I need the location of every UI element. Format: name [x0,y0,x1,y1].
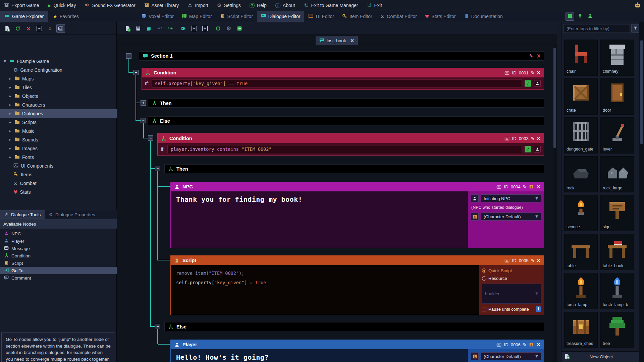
asset-treasure-chest[interactable]: treasure_ches [564,312,598,348]
condition-valid-checkbox[interactable]: ✓ [525,146,531,153]
expand-arrow[interactable]: ▸ [8,138,12,141]
menu-settings[interactable]: ⚙Settings [217,3,241,8]
character-default-dropdown[interactable]: (Character Default)▼ [481,213,541,221]
expand-arrow[interactable]: ▸ [8,77,12,80]
asset-tree[interactable]: tree [600,312,634,348]
expand-arrow[interactable]: ▸ [8,103,12,107]
menu-export-game[interactable]: Export Game [4,2,39,8]
then-bar[interactable]: Then [164,164,544,173]
tab-documentation[interactable]: Documentation [460,11,506,22]
portrait-button[interactable] [528,184,534,190]
portrait-button[interactable] [528,342,534,348]
collapse-toggle[interactable]: − [155,324,160,329]
npc-select-button[interactable] [471,194,479,202]
tree-item-combat[interactable]: ⚔Combat [0,179,117,188]
expand-arrow[interactable]: ▼ [3,60,7,63]
condition-valid-checkbox[interactable]: ✓ [525,80,531,87]
close-icon[interactable]: × [350,38,355,43]
dialogue-settings-button[interactable]: ⚙ [224,24,233,33]
tree-item-images[interactable]: ▸Images [0,144,117,153]
new-object-bar[interactable]: New Object... [561,351,639,362]
redo-button[interactable]: ↷ [166,24,175,33]
asset-rock[interactable]: rock [564,156,598,192]
panel-tab-objects[interactable] [566,12,574,21]
favorite-button[interactable]: ☆ [46,24,54,33]
menu-asset-library[interactable]: Asset Library [144,2,179,8]
tree-item-maps[interactable]: ▸Maps [0,74,117,83]
edit-node-button[interactable]: ✎ [523,184,527,189]
expand-all-button[interactable]: + [201,24,209,33]
collapse-toggle[interactable]: − [126,53,131,59]
expand-arrow[interactable]: ▸ [8,112,12,115]
node-palette-npc[interactable]: NPC [0,230,117,237]
menu-about[interactable]: iAbout [275,3,295,8]
collapse-all-button[interactable]: − [190,24,199,33]
new-resource-button[interactable] [3,24,11,33]
npc-message-text[interactable]: Thank you for finding my book! [171,191,468,248]
delete-node-button[interactable]: × [536,342,541,347]
npc-node-0004[interactable]: NPC ID: 0004✎× Thank you for finding my … [170,182,544,248]
delete-node-button[interactable]: × [536,70,541,75]
expand-arrow[interactable]: ▸ [8,156,12,159]
tree-item-stats[interactable]: ♥Stats [0,188,117,196]
edit-node-button[interactable]: ✎ [531,136,535,141]
save-button[interactable] [134,24,143,33]
menu-sound-fx[interactable]: Sound FX Generator [85,2,135,8]
document-tab-lost-book[interactable]: lost_book × [316,36,358,45]
asset-dungeon-gate[interactable]: dungeon_gate [564,117,598,154]
refresh-explorer-button[interactable] [13,24,22,33]
tab-ui-editor[interactable]: UI Editor [305,11,338,22]
menu-help[interactable]: ?Help [250,3,267,8]
asset-lever[interactable]: lever [600,117,634,154]
edit-node-button[interactable]: ✎ [523,342,527,347]
menu-import[interactable]: Import [187,2,208,8]
section-bar[interactable]: Section 1 ✎ × [139,51,544,61]
collapse-toggle[interactable]: − [141,118,146,123]
tab-voxel-editor[interactable]: Voxel Editor [138,11,177,22]
tree-item-music[interactable]: ▸Music [0,127,117,135]
tab-combat-editor[interactable]: ⚔Combat Editor [377,11,421,22]
tab-game-explorer[interactable]: Game Explorer [0,11,48,22]
delete-section-button[interactable]: × [536,54,541,59]
tab-dialogue-tools[interactable]: Dialogue Tools [0,210,45,219]
tab-item-editor[interactable]: Item Editor [338,11,376,22]
tag-filter-input[interactable] [564,24,630,33]
asset-chair[interactable]: chair [564,40,598,76]
condition-node-0001[interactable]: Condition ID: 0001✎× If: self.property["… [142,68,544,90]
show-ids-button[interactable] [56,24,65,33]
expand-arrow[interactable]: ▸ [8,129,12,133]
asset-sconce[interactable]: sconce [564,195,598,231]
tree-item-scripts[interactable]: ▸Scripts [0,118,117,127]
canvas-scrollbar-thumb[interactable] [553,48,556,148]
panel-tab-lights[interactable] [576,12,584,21]
edit-section-button[interactable]: ✎ [529,54,533,58]
then-bar[interactable]: Then [148,99,544,108]
node-palette-script[interactable]: Script [0,259,117,267]
tree-item-items[interactable]: Items [0,170,117,179]
edit-node-button[interactable]: ✎ [531,70,535,75]
condition-target-button[interactable] [534,146,541,153]
tab-dialogue-editor[interactable]: Dialogue Editor [257,11,304,22]
delete-node-button[interactable]: × [536,136,541,141]
asset-torch-lamp[interactable]: torch_lamp [564,273,598,309]
test-dialogue-button[interactable] [235,24,244,33]
collapse-toggle[interactable]: − [133,70,139,75]
expand-arrow[interactable]: ▸ [8,95,12,98]
tree-item-sounds[interactable]: ▸Sounds [0,135,117,144]
pause-until-complete-checkbox[interactable]: Pause until completei [482,306,541,312]
delete-node-button[interactable]: × [536,258,541,263]
asset-rock-large[interactable]: rock_large [600,156,634,192]
script-node-0005[interactable]: Script ID: 0005✎× remove_item("ITEM_0002… [170,255,544,315]
delete-node-button[interactable]: × [536,184,541,189]
tab-map-editor[interactable]: Map Editor [178,11,216,22]
tree-item-tiles[interactable]: ▸Tiles [0,83,117,92]
script-code-editor[interactable]: remove_item("ITEM_0002"); self.property[… [171,265,479,315]
panel-scrollbar-thumb[interactable] [640,40,643,144]
portrait-select-button[interactable] [471,352,479,360]
node-palette-message[interactable]: Message [0,245,117,252]
expand-arrow[interactable]: ▸ [8,147,12,150]
asset-sign[interactable]: sign [600,195,634,231]
delete-resource-button[interactable]: × [24,24,33,33]
character-default-dropdown[interactable]: (Character Default)▼ [481,352,541,360]
tree-item-example-game[interactable]: ▼Example Game [0,57,117,66]
